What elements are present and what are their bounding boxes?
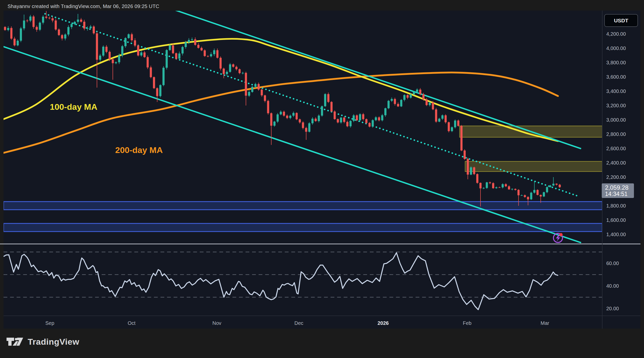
tradingview-logo[interactable]: TradingView: [6, 337, 79, 347]
price-tick-label: 1,400.00: [606, 231, 626, 237]
price-tick-label: 4,200.00: [606, 31, 626, 37]
attribution-text: Shayannv created with TradingView.com, M…: [8, 4, 159, 9]
time-tick-label-Dec: Dec: [294, 320, 303, 326]
tradingview-logo-text: TradingView: [28, 337, 79, 347]
price-tick-label: 2,200.00: [606, 174, 626, 180]
rsi-line: [4, 253, 558, 310]
rsi-tick-label: 20.00: [606, 305, 619, 312]
price-tick-label: 2,600.00: [606, 145, 626, 151]
candle-countdown: 14:34:51: [605, 191, 634, 197]
time-tick-label-Oct: Oct: [128, 320, 135, 326]
time-tick-label-2026: 2026: [378, 320, 389, 326]
last-price-label: 2,059.28 14:34:51: [602, 183, 634, 198]
price-tick-label: 2,800.00: [606, 131, 626, 137]
ma100-text-label: 100-day MA: [50, 102, 97, 112]
price-tick-label: 1,800.00: [606, 203, 626, 209]
price-tick-label: 3,600.00: [606, 74, 626, 80]
price-tick-label: 2,400.00: [606, 160, 626, 166]
time-tick-label-Mar: Mar: [541, 320, 549, 326]
price-chart-canvas[interactable]: [0, 0, 644, 358]
price-tick-label: 3,000.00: [606, 117, 626, 123]
time-tick-label-Feb: Feb: [463, 320, 471, 326]
last-price-value: 2,059.28: [605, 184, 634, 191]
price-tick-label: 4,000.00: [606, 45, 626, 51]
channel-resistance: [168, 8, 581, 149]
quote-currency-badge[interactable]: USDT: [604, 14, 638, 27]
ma200-line: [0, 72, 558, 154]
rsi-tick-label: 60.00: [606, 260, 619, 266]
price-tick-label: 3,400.00: [606, 88, 626, 94]
tradingview-screenshot: Shayannv created with TradingView.com, M…: [0, 0, 644, 358]
support-zone-1800: [4, 201, 602, 210]
tradingview-logo-icon: [6, 337, 24, 347]
support-zone-1450: [4, 223, 602, 231]
ma200-text-label: 200-day MA: [115, 145, 163, 155]
rsi-tick-label: 40.00: [606, 283, 619, 289]
price-tick-label: 3,200.00: [606, 103, 626, 109]
price-tick-label: 3,800.00: [606, 60, 626, 66]
resistance-zone-lower: [465, 161, 602, 171]
time-tick-label-Sep: Sep: [45, 320, 54, 326]
time-tick-label-Nov: Nov: [212, 320, 221, 326]
price-tick-label: 1,600.00: [606, 217, 626, 223]
